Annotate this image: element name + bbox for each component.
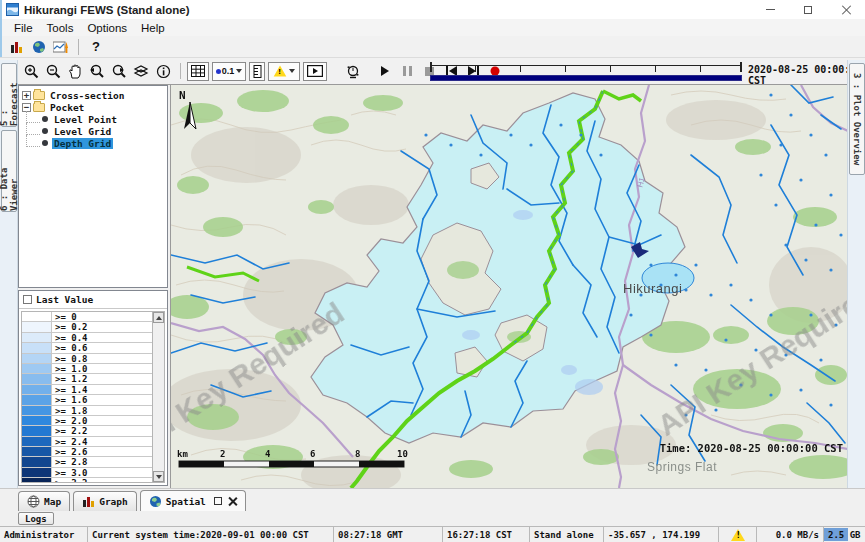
- wireframe-globe-icon: [27, 495, 40, 508]
- maximize-button[interactable]: [789, 0, 827, 19]
- grid-display-button[interactable]: [187, 62, 209, 81]
- info-icon: [156, 64, 171, 79]
- tree-item-cross-section[interactable]: +Cross-section: [20, 89, 166, 101]
- tab-forecast[interactable]: 5 : Forecast: [1, 63, 17, 127]
- map-view-button[interactable]: [28, 37, 50, 57]
- tab-plot-overview[interactable]: 3 : Plot Overview: [849, 63, 865, 175]
- tab-map[interactable]: Map: [18, 491, 70, 511]
- chevron-down-icon: [289, 69, 295, 73]
- last-value-checkbox[interactable]: [23, 295, 32, 304]
- expand-icon[interactable]: +: [22, 91, 31, 100]
- menu-options[interactable]: Options: [80, 22, 134, 34]
- tree-item-pocket[interactable]: −Pocket: [20, 101, 166, 113]
- legend-threshold-label: >= 1.6: [52, 395, 88, 404]
- scroll-up-button[interactable]: [153, 312, 164, 323]
- legend-threshold-label: >= 1.2: [52, 374, 88, 383]
- legend-swatch: [22, 457, 52, 466]
- status-gmt-time: 08:27:18 GMT: [334, 527, 443, 542]
- layers-icon: [133, 64, 149, 78]
- legend-swatch: [22, 478, 52, 483]
- layers-button[interactable]: [130, 61, 152, 81]
- menu-file[interactable]: File: [7, 22, 40, 34]
- slider-start-handle[interactable]: [430, 62, 432, 72]
- close-button[interactable]: [827, 0, 865, 19]
- legend-swatch: [22, 416, 52, 425]
- legend-scrollbar[interactable]: [152, 311, 165, 483]
- globe-icon: [149, 495, 162, 508]
- timeseries-button[interactable]: [50, 37, 72, 57]
- scroll-down-button[interactable]: [153, 471, 164, 482]
- zoom-next-button[interactable]: [108, 61, 130, 81]
- tab-spatial[interactable]: Spatial: [140, 490, 246, 511]
- maximize-panel-icon[interactable]: [214, 497, 222, 505]
- status-mode: Stand alone: [530, 527, 604, 542]
- tree-item-level-grid[interactable]: Level Grid: [20, 125, 166, 137]
- time-slider[interactable]: [430, 59, 742, 83]
- svg-text:10: 10: [397, 449, 408, 459]
- zoom-out-button[interactable]: [42, 61, 64, 81]
- pause-icon: [403, 66, 412, 76]
- legend-threshold-label: >= 2.6: [52, 447, 88, 456]
- status-bar: Administrator Current system time:2020-0…: [0, 526, 865, 542]
- legend-row: >= 0.4: [22, 333, 152, 343]
- warnings-dropdown[interactable]: [268, 62, 300, 81]
- north-label: N: [179, 89, 186, 102]
- logs-button[interactable]: Logs: [18, 512, 54, 525]
- play-button[interactable]: [374, 61, 396, 81]
- legend-swatch: [22, 343, 52, 352]
- folder-icon: [33, 103, 45, 112]
- legend-swatch: [22, 437, 52, 446]
- pan-hand-icon: [68, 64, 82, 79]
- legend-row: >= 1.2: [22, 374, 152, 384]
- zoom-previous-button[interactable]: [86, 61, 108, 81]
- pause-button[interactable]: [396, 61, 418, 81]
- minimize-icon: [766, 9, 775, 10]
- tab-data-viewer[interactable]: 6 : Data Viewer: [1, 130, 17, 212]
- legend-list: >= 0>= 0.2>= 0.4>= 0.6>= 0.8>= 1.0>= 1.2…: [21, 311, 153, 483]
- zoom-in-button[interactable]: [20, 61, 42, 81]
- status-warning[interactable]: [719, 527, 757, 542]
- legend-swatch: [22, 406, 52, 415]
- legend-row: >= 2.8: [22, 457, 152, 467]
- close-panel-icon[interactable]: [228, 497, 237, 506]
- legend-row: >= 3.2: [22, 478, 152, 483]
- info-button[interactable]: [152, 61, 174, 81]
- help-icon: ?: [92, 39, 100, 54]
- legend-threshold-label: >= 2.0: [52, 416, 88, 425]
- time-slider-range-bar[interactable]: [430, 75, 742, 81]
- legend-swatch: [22, 395, 52, 404]
- pan-button[interactable]: [64, 61, 86, 81]
- menu-help[interactable]: Help: [134, 22, 172, 34]
- time-navigator-button[interactable]: [342, 61, 364, 81]
- legend-threshold-label: >= 2.2: [52, 426, 88, 435]
- zoom-out-icon: [46, 64, 61, 79]
- interval-value: 0.1: [222, 66, 235, 76]
- legend-row: >= 2.6: [22, 447, 152, 457]
- minimize-button[interactable]: [751, 0, 789, 19]
- map-canvas[interactable]: API Key Required API Key Required Hikura…: [171, 85, 847, 488]
- legend-swatch: [22, 333, 52, 342]
- help-button[interactable]: ?: [85, 37, 107, 57]
- contour-interval-dropdown[interactable]: 0.1: [212, 62, 246, 81]
- scale-bar-button[interactable]: [249, 62, 265, 81]
- menu-tools[interactable]: Tools: [40, 22, 81, 34]
- legend-threshold-label: >= 0.4: [52, 333, 88, 342]
- toolbar-separator: [180, 63, 181, 79]
- status-local-time: 16:27:18 CST: [443, 527, 530, 542]
- title-bar: Hikurangi FEWS (Stand alone): [0, 0, 865, 19]
- status-coordinates: -35.657 , 174.199: [604, 527, 719, 542]
- legend-threshold-label: >= 3.0: [52, 468, 88, 477]
- map-viewport[interactable]: API Key Required API Key Required Hikura…: [170, 85, 847, 488]
- zoom-in-icon: [24, 64, 39, 79]
- animation-button[interactable]: [303, 62, 327, 81]
- town-label: Hikurangi: [623, 281, 682, 296]
- database-button[interactable]: [6, 37, 28, 57]
- tree-item-level-point[interactable]: Level Point: [20, 113, 166, 125]
- tree-connector: [26, 123, 40, 135]
- legend-row: >= 0.2: [22, 322, 152, 332]
- tree-item-depth-grid[interactable]: Depth Grid: [20, 137, 166, 149]
- slider-end-handle[interactable]: [740, 62, 742, 72]
- node-bullet-icon: [42, 128, 48, 134]
- tab-graph[interactable]: Graph: [73, 491, 137, 511]
- maximize-icon: [804, 6, 812, 14]
